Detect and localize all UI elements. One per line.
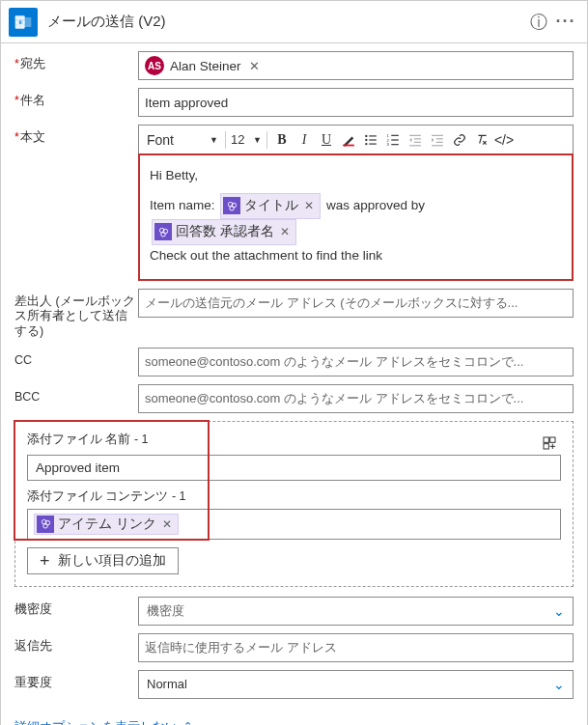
card-body: 宛先 AS Alan Steiner ✕ 件名 Item approved 本文 <box>1 43 587 711</box>
svg-rect-23 <box>432 145 443 146</box>
dynamic-token-itemlink[interactable]: アイテム リンク ✕ <box>34 514 179 535</box>
bcc-input[interactable]: someone@contoso.com のようなメール アドレスをセミコロンで.… <box>138 384 574 413</box>
svg-rect-11 <box>391 134 399 135</box>
rte-toolbar: Font▼ 12▼ B I U 123 <box>138 125 574 153</box>
link-button[interactable] <box>450 129 469 151</box>
remove-token-icon[interactable]: ✕ <box>162 517 172 531</box>
action-card: 📧 メールの送信 (V2) ⓘ ··· 宛先 AS Alan Steiner ✕… <box>0 0 588 725</box>
subject-input[interactable]: Item approved <box>138 88 574 117</box>
attach-name-input[interactable]: Approved item <box>27 455 561 481</box>
from-label: 差出人 (メールボックス所有者として送信する) <box>14 289 138 340</box>
attach-name-label: 添付ファイル 名前 - 1 <box>27 432 149 448</box>
bold-button[interactable]: B <box>272 129 292 151</box>
svg-text:📧: 📧 <box>15 17 26 28</box>
card-header: 📧 メールの送信 (V2) ⓘ ··· <box>1 1 587 43</box>
attachments-section: 添付ファイル 名前 - 1 Approved item 添付ファイル コンテンツ… <box>14 421 574 587</box>
font-select[interactable]: Font▼ <box>145 132 220 148</box>
help-icon[interactable]: ⓘ <box>525 11 552 34</box>
more-icon[interactable]: ··· <box>552 12 579 32</box>
dynamic-token-approver[interactable]: 回答数 承認者名 ✕ <box>152 219 296 245</box>
svg-rect-18 <box>414 141 421 142</box>
attach-content-label: 添付ファイル コンテンツ - 1 <box>27 488 561 505</box>
svg-point-35 <box>42 524 47 529</box>
svg-rect-7 <box>369 139 377 140</box>
svg-point-6 <box>365 138 367 140</box>
svg-rect-32 <box>544 443 548 448</box>
svg-rect-9 <box>369 143 377 144</box>
body-line-1: Hi Betty, <box>150 165 562 187</box>
cc-label: CC <box>14 348 138 369</box>
svg-rect-17 <box>414 138 421 139</box>
chevron-down-icon: ⌄ <box>553 603 565 619</box>
sensitivity-select[interactable]: 機密度 ⌄ <box>138 597 574 626</box>
to-input[interactable]: AS Alan Steiner ✕ <box>138 51 574 80</box>
svg-rect-16 <box>409 134 421 135</box>
subject-value: Item approved <box>145 96 228 110</box>
recipient-name: Alan Steiner <box>170 59 241 73</box>
remove-token-icon[interactable]: ✕ <box>280 222 290 241</box>
attach-content-input[interactable]: アイテム リンク ✕ <box>27 509 561 540</box>
switch-mode-button[interactable] <box>538 432 561 455</box>
avatar: AS <box>145 56 164 75</box>
replyto-input[interactable]: 返信時に使用するメール アドレス <box>138 633 574 662</box>
svg-text:3: 3 <box>387 142 390 147</box>
font-color-button[interactable] <box>339 129 358 151</box>
indent-button[interactable] <box>428 129 447 151</box>
add-item-button[interactable]: + 新しい項目の追加 <box>27 547 179 574</box>
underline-button[interactable]: U <box>317 129 336 151</box>
importance-select[interactable]: Normal ⌄ <box>138 670 574 699</box>
sensitivity-label: 機密度 <box>14 597 138 618</box>
remove-token-icon[interactable]: ✕ <box>304 196 314 215</box>
to-label: 宛先 <box>14 51 138 72</box>
outlook-icon: 📧 <box>9 8 38 37</box>
replyto-label: 返信先 <box>14 633 138 655</box>
body-line-4: Check out the attachment to find the lin… <box>150 245 562 267</box>
from-input[interactable]: メールの送信元のメール アドレス (そのメールボックスに対する... <box>138 289 574 318</box>
importance-label: 重要度 <box>14 670 138 691</box>
hide-advanced-link[interactable]: 詳細オプションを表示しない ⌃ <box>1 711 206 725</box>
body-line-2: Item name: タイトル ✕ was approved by <box>150 193 562 219</box>
body-label: 本文 <box>14 125 138 146</box>
outdent-button[interactable] <box>406 129 425 151</box>
svg-point-8 <box>365 142 367 144</box>
body-line-3: 回答数 承認者名 ✕ <box>150 219 562 245</box>
chevron-up-icon: ⌃ <box>183 720 192 725</box>
svg-rect-5 <box>369 135 377 136</box>
number-list-button[interactable]: 123 <box>383 129 403 151</box>
italic-button[interactable]: I <box>294 129 314 151</box>
body-editor[interactable]: Hi Betty, Item name: タイトル ✕ was approved… <box>138 153 574 281</box>
font-size-select[interactable]: 12▼ <box>231 132 262 147</box>
bcc-label: BCC <box>14 384 138 405</box>
svg-point-26 <box>230 206 235 210</box>
card-title: メールの送信 (V2) <box>38 13 525 31</box>
cc-input[interactable]: someone@contoso.com のようなメール アドレスをセミコロンで.… <box>138 348 574 376</box>
clear-format-button[interactable] <box>472 129 491 151</box>
svg-rect-20 <box>432 134 443 135</box>
sharepoint-icon <box>154 223 172 240</box>
svg-point-29 <box>160 232 165 237</box>
svg-point-4 <box>365 134 367 136</box>
chevron-down-icon: ⌄ <box>553 677 565 692</box>
plus-icon: + <box>40 552 50 570</box>
svg-rect-15 <box>391 144 399 145</box>
remove-recipient-icon[interactable]: ✕ <box>249 59 260 73</box>
svg-rect-30 <box>544 437 548 442</box>
svg-rect-31 <box>550 437 555 442</box>
attach-header-row: 添付ファイル 名前 - 1 <box>27 432 561 455</box>
code-view-button[interactable]: </> <box>494 129 514 151</box>
svg-rect-21 <box>436 138 443 139</box>
svg-rect-22 <box>436 141 443 142</box>
svg-rect-19 <box>409 145 421 146</box>
svg-rect-3 <box>343 144 354 146</box>
sharepoint-icon <box>37 516 54 533</box>
sharepoint-icon <box>223 197 240 214</box>
bullet-list-button[interactable] <box>361 129 380 151</box>
dynamic-token-title[interactable]: タイトル ✕ <box>220 193 321 219</box>
svg-rect-13 <box>391 139 399 140</box>
subject-label: 件名 <box>14 88 138 109</box>
